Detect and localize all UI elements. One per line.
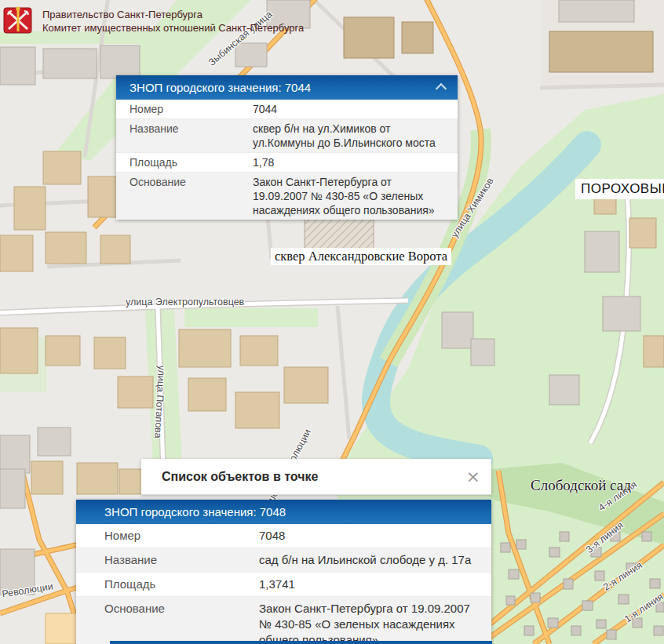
znop-7044-title: ЗНОП городского значения: 7044 [116,81,311,94]
row-label: Основание [76,601,259,644]
street-label-elektropultovtsev: улица Электропультовцев [126,297,244,307]
next-accordion-header-edge[interactable] [110,641,492,644]
park-label-slobodskoy-sad: Слободской сад [531,477,631,494]
row-value: Закон Санкт-Петербурга от 19.09.2007 № 4… [253,175,458,217]
branding-line1: Правительство Санкт-Петербурга [42,8,304,21]
znop-7048-title: ЗНОП городского значения: 7048 [76,505,286,518]
znop-7044-header[interactable]: ЗНОП городского значения: 7044 [116,75,458,100]
table-row: Основание Закон Санкт-Петербурга от 19.0… [76,596,491,644]
row-value: 7048 [259,528,491,544]
close-icon[interactable]: × [466,469,480,485]
table-row: Основание Закон Санкт-Петербурга от 19.0… [116,172,458,220]
row-label: Название [76,552,259,568]
spb-coat-of-arms-icon [3,5,35,36]
row-value: сквер б/н на ул.Химиков от ул.Коммуны до… [253,122,458,150]
row-label: Номер [116,102,253,116]
row-label: Площадь [116,155,253,169]
row-value: Закон Санкт-Петербурга от 19.09.2007 № 4… [259,601,491,644]
selected-object-label: сквер Александровские Ворота [271,248,451,265]
district-label-porokhovye: ПОРОХОВЫЕ [575,179,664,199]
chevron-up-icon[interactable] [436,83,447,94]
row-value: 1,78 [253,155,458,169]
znop-7048-header[interactable]: ЗНОП городского значения: 7048 [76,500,491,524]
table-row: Номер 7048 [76,524,491,548]
modal-title: Список объектов в точке [141,470,318,484]
branding-line2: Комитет имущественных отношений Санкт-Пе… [42,21,304,35]
object-list-modal-header: Список объектов в точке × [141,459,491,495]
row-label: Номер [76,528,259,544]
table-row: Номер 7044 [116,100,458,118]
row-value: 1,3741 [259,577,491,592]
table-row: Площадь 1,3741 [76,572,491,596]
row-label: Площадь [76,577,259,592]
znop-7048-panel: ЗНОП городского значения: 7048 Номер 704… [76,500,491,644]
table-row: Название сад б/н на Ильинской слободе у … [76,548,491,572]
government-branding: Правительство Санкт-Петербурга Комитет и… [3,5,304,36]
znop-7044-panel: ЗНОП городского значения: 7044 Номер 704… [116,75,458,220]
row-value: сад б/н на Ильинской слободе у д. 17а [259,552,491,568]
row-label: Основание [116,175,253,217]
table-row: Название сквер б/н на ул.Химиков от ул.К… [116,118,458,152]
row-label: Название [116,122,253,150]
app-window: Зыбинская улица улица Химиков улица Элек… [0,0,664,644]
row-value: 7044 [253,102,458,116]
table-row: Площадь 1,78 [116,152,458,172]
